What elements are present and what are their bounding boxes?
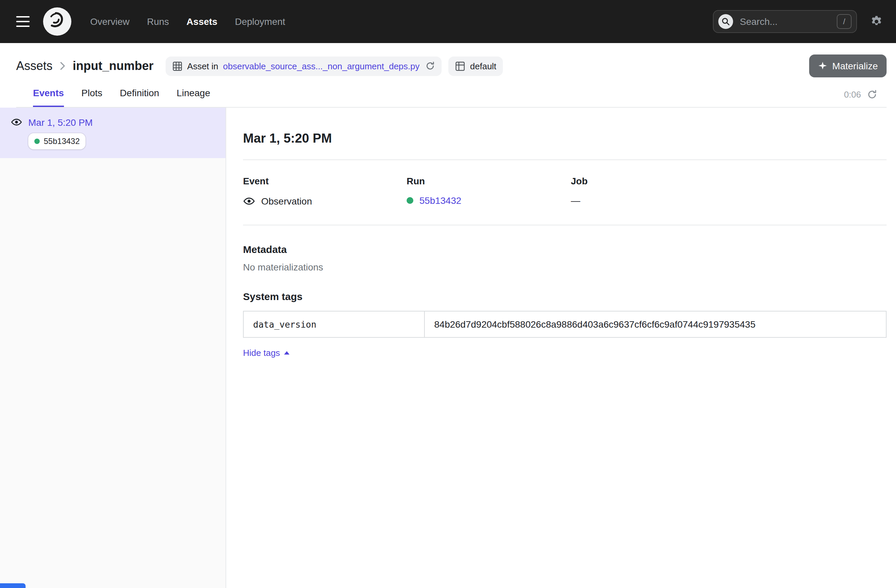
search-input[interactable]	[739, 15, 831, 27]
browser-link-preview	[0, 583, 26, 588]
asset-group-label: default	[470, 61, 497, 71]
metadata-empty-text: No materializations	[243, 262, 887, 272]
breadcrumb: Assets input_number Asset in observable_…	[16, 52, 887, 79]
dagster-logo[interactable]	[43, 8, 72, 36]
top-nav: Overview Runs Assets Deployment /	[0, 0, 896, 43]
asset-location-badge: Asset in observable_source_ass..._non_ar…	[166, 56, 442, 76]
refresh-timer: 0:06	[844, 90, 861, 100]
system-tags-heading: System tags	[243, 291, 887, 302]
search-box[interactable]: /	[713, 10, 857, 33]
nav-item-overview[interactable]: Overview	[90, 16, 130, 27]
run-status-dot	[407, 197, 413, 204]
event-column-label: Event	[243, 176, 407, 186]
run-status-dot	[34, 138, 40, 144]
observation-icon	[11, 116, 22, 128]
page-title: input_number	[73, 59, 154, 73]
asset-location-prefix: Asset in	[187, 61, 218, 71]
tab-definition[interactable]: Definition	[120, 87, 159, 107]
settings-icon[interactable]	[869, 14, 884, 29]
divider	[243, 225, 887, 225]
table-row: data_version 84b26d7d9204cbf588026c8a988…	[243, 311, 886, 337]
run-column-label: Run	[407, 176, 571, 186]
event-timestamp: Mar 1, 5:20 PM	[28, 117, 93, 128]
caret-up-icon	[284, 351, 290, 354]
breadcrumb-assets-link[interactable]: Assets	[16, 59, 52, 73]
run-id-badge: 55b13432	[28, 133, 86, 149]
app-root: Overview Runs Assets Deployment / Assets	[0, 0, 896, 588]
event-detail-title: Mar 1, 5:20 PM	[243, 131, 887, 146]
tab-plots[interactable]: Plots	[81, 87, 102, 107]
hide-tags-label: Hide tags	[243, 348, 280, 358]
materialize-label: Materialize	[832, 61, 878, 71]
observation-icon	[243, 195, 255, 207]
hide-tags-link[interactable]: Hide tags	[243, 348, 290, 358]
tab-bar: Events Plots Definition Lineage 0:06	[16, 79, 887, 108]
sparkle-icon	[818, 61, 828, 71]
tag-value-cell: 84b26d7d9204cbf588026c8a9886d403a6c9637c…	[424, 311, 886, 337]
search-shortcut-badge: /	[837, 14, 852, 29]
event-summary-row: Event Observation Run 55b13432	[243, 176, 887, 207]
event-list-sidebar: Mar 1, 5:20 PM 55b13432	[0, 108, 226, 588]
system-tags-table: data_version 84b26d7d9204cbf588026c8a988…	[243, 311, 887, 338]
refresh-icon[interactable]	[867, 90, 877, 100]
tab-lineage[interactable]: Lineage	[177, 87, 210, 107]
nav-item-runs[interactable]: Runs	[147, 16, 169, 27]
code-location-link[interactable]: observable_source_ass..._non_argument_de…	[223, 61, 420, 71]
job-column-label: Job	[571, 176, 887, 186]
search-icon	[718, 14, 733, 29]
content-area: Mar 1, 5:20 PM 55b13432 Mar 1, 5:20 PM E…	[0, 108, 896, 588]
divider	[243, 160, 887, 160]
event-list-item[interactable]: Mar 1, 5:20 PM 55b13432	[0, 108, 226, 158]
run-link[interactable]: 55b13432	[419, 195, 462, 206]
tab-events[interactable]: Events	[33, 87, 64, 107]
nav-item-deployment[interactable]: Deployment	[235, 16, 285, 27]
asset-icon	[172, 61, 183, 71]
tag-key-cell: data_version	[243, 311, 424, 337]
page-header: Assets input_number Asset in observable_…	[0, 43, 896, 108]
menu-icon[interactable]	[11, 11, 35, 32]
chevron-right-icon	[60, 62, 65, 70]
group-icon	[456, 61, 465, 71]
job-value: —	[571, 195, 580, 206]
primary-nav: Overview Runs Assets Deployment	[90, 16, 285, 27]
run-id-label: 55b13432	[44, 137, 80, 146]
event-detail-panel: Mar 1, 5:20 PM Event Observation Run	[226, 108, 896, 588]
event-type-value: Observation	[261, 196, 312, 207]
reload-location-icon[interactable]	[426, 61, 435, 71]
nav-item-assets[interactable]: Assets	[186, 16, 218, 27]
metadata-heading: Metadata	[243, 243, 887, 255]
asset-group-badge[interactable]: default	[449, 56, 503, 76]
materialize-button[interactable]: Materialize	[809, 55, 887, 77]
